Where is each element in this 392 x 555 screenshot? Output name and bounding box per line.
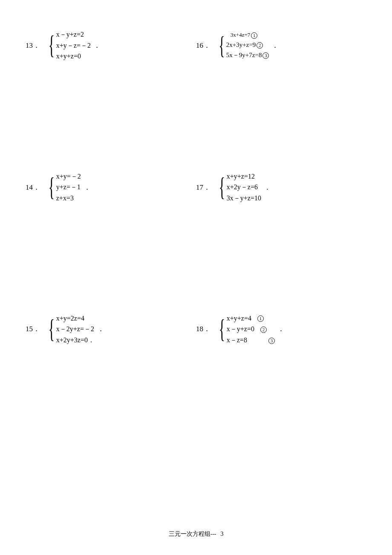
problem-16: 16． { 3x+4z=71 2x+3y+z=92 5x－9y+7z=83 ． [196, 30, 366, 61]
equation-line: 5x－9y+7z=83 [226, 51, 269, 59]
problem-number: 13． [26, 40, 40, 50]
equation-system: { 3x+4z=71 2x+3y+z=92 5x－9y+7z=83 [216, 31, 269, 59]
brace-left: { [219, 317, 225, 341]
equation-line: x+2y－z=6 [227, 182, 261, 192]
circled-number-icon: 3 [262, 52, 269, 59]
equation-system: { x+y=2z=4 x－2y+z=－2 x+2y+3z=0． [45, 314, 95, 345]
equation-line: x+y－z=－2 [56, 41, 91, 50]
equation-line: x－y+z=02 [227, 324, 275, 334]
problem-17: 17． { x+y+z=12 x+2y－z=6 3x－y+z=10 ． [196, 172, 366, 203]
problem-15: 15． { x+y=2z=4 x－2y+z=－2 x+2y+3z=0． ． [26, 314, 196, 345]
circled-number-icon: 1 [251, 32, 257, 39]
problem-number: 14． [26, 182, 40, 192]
circled-number-icon: 2 [257, 42, 263, 49]
equations: x－y+z=2 x+y－z=－2 x+y+z=0 [56, 30, 91, 61]
equation-system: { x+y+z=12 x+2y－z=6 3x－y+z=10 [216, 172, 261, 203]
equation-line: x－z=83 [227, 335, 275, 345]
trailing-period: ． [84, 182, 91, 192]
trailing-period: ． [97, 324, 104, 334]
equation-system: { x+y=－2 y+z=－1 z+x=3 [45, 172, 81, 203]
equation-line: 2x+3y+z=92 [226, 40, 269, 49]
equation-line: x－2y+z=－2 [56, 324, 95, 334]
equations: x+y=2z=4 x－2y+z=－2 x+2y+3z=0． [56, 314, 95, 345]
equation-line: x+2y+3z=0． [56, 335, 95, 345]
equations: x+y+z=12 x+2y－z=6 3x－y+z=10 [227, 172, 261, 203]
footer-text: 三元一次方程组--- [169, 531, 216, 537]
circled-number-icon: 1 [257, 315, 264, 322]
problem-number: 15． [26, 324, 40, 334]
equations: x+y+z=41 x－y+z=02 x－z=83 [227, 314, 275, 345]
equation-line: x+y+z=0 [56, 52, 91, 61]
equation-line: x－y+z=2 [56, 30, 91, 39]
circled-number-icon: 2 [260, 327, 267, 333]
brace-left: { [219, 34, 225, 57]
equations: 3x+4z=71 2x+3y+z=92 5x－9y+7z=83 [226, 31, 269, 59]
equation-system: { x+y+z=41 x－y+z=02 x－z=83 [216, 314, 275, 345]
brace-left: { [48, 317, 55, 341]
equation-line: x+y=2z=4 [56, 314, 95, 323]
trailing-period: ． [93, 40, 101, 50]
trailing-period: ． [271, 40, 279, 50]
equations: x+y=－2 y+z=－1 z+x=3 [56, 172, 81, 203]
equation-line: 3x+4z=71 [226, 31, 269, 39]
problem-number: 18． [196, 324, 210, 334]
problem-number: 17． [196, 182, 210, 192]
trailing-period: ． [277, 324, 285, 334]
trailing-period: ． [264, 182, 271, 192]
equation-line: z+x=3 [56, 194, 81, 203]
circled-number-icon: 3 [268, 338, 275, 344]
equation-system: { x－y+z=2 x+y－z=－2 x+y+z=0 [45, 30, 91, 61]
problem-13: 13． { x－y+z=2 x+y－z=－2 x+y+z=0 ． [26, 30, 196, 61]
equation-line: y+z=－1 [56, 182, 81, 192]
equation-line: x+y+z=41 [227, 314, 275, 323]
problem-number: 16． [196, 40, 210, 50]
equation-line: 3x－y+z=10 [227, 194, 261, 203]
page-number: 3 [221, 531, 224, 537]
equation-line: x+y+z=12 [227, 172, 261, 181]
problem-14: 14． { x+y=－2 y+z=－1 z+x=3 ． [26, 172, 196, 203]
brace-left: { [48, 33, 55, 57]
brace-left: { [219, 175, 225, 199]
page-footer: 三元一次方程组---3 [0, 530, 392, 538]
brace-left: { [48, 175, 55, 199]
equation-line: x+y=－2 [56, 172, 81, 181]
problem-18: 18． { x+y+z=41 x－y+z=02 x－z=83 ． [196, 314, 366, 345]
